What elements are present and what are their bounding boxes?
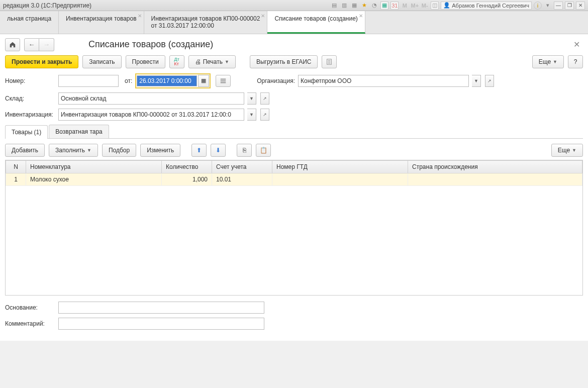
- col-quantity[interactable]: Количество: [162, 160, 212, 173]
- tab-label-line2: от 31.03.2017 12:00:00: [151, 22, 260, 29]
- content-close-button[interactable]: ✕: [570, 39, 583, 50]
- col-country[interactable]: Страна происхождения: [408, 160, 582, 173]
- cell-country[interactable]: [408, 173, 582, 185]
- comment-input[interactable]: [58, 318, 264, 330]
- minimize-button[interactable]: —: [554, 2, 563, 10]
- arrow-down-icon: ⬇: [216, 147, 221, 154]
- cell-n[interactable]: 1: [6, 173, 26, 185]
- inventory-label: Инвентаризация:: [5, 111, 55, 118]
- window-close-button[interactable]: ✕: [576, 2, 585, 10]
- window-titlebar: редакция 3.0 (1С:Предприятие) ▤ ▥ ▦ ★ ◔ …: [0, 0, 588, 11]
- home-button[interactable]: [5, 38, 20, 51]
- more-button[interactable]: Еще ▼: [532, 55, 564, 68]
- cell-nomenclature[interactable]: Молоко сухое: [26, 173, 162, 185]
- table-row[interactable]: 1 Молоко сухое 1,000 10.01: [6, 173, 582, 185]
- document-icon: [326, 58, 333, 65]
- print-button[interactable]: 🖨 Печать ▼: [188, 55, 236, 68]
- col-account[interactable]: Счет учета: [212, 160, 272, 173]
- chevron-down-icon: ▼: [87, 148, 91, 153]
- warehouse-dropdown-button[interactable]: ▼: [247, 92, 256, 105]
- copy-button[interactable]: ⎘: [237, 144, 252, 157]
- calculator-icon[interactable]: ▦: [380, 2, 388, 10]
- inventory-dropdown-button[interactable]: ▼: [247, 109, 256, 121]
- subtab-goods[interactable]: Товары (1): [5, 125, 48, 139]
- help-button[interactable]: ?: [568, 55, 583, 68]
- cell-gtd[interactable]: [272, 173, 408, 185]
- tab-label: Инвентаризация товаров: [66, 15, 136, 22]
- dtkt-icon: ДтКт: [174, 57, 179, 66]
- col-n[interactable]: N: [6, 160, 26, 173]
- star-icon[interactable]: ★: [360, 2, 368, 10]
- document-icon-button[interactable]: [322, 55, 337, 68]
- subtab-tare[interactable]: Возвратная тара: [49, 125, 109, 138]
- close-icon[interactable]: ✕: [359, 13, 363, 19]
- tab-writeoff[interactable]: Списание товаров (создание) ✕: [267, 11, 365, 34]
- inventory-open-button[interactable]: ↗: [260, 109, 269, 121]
- goods-grid[interactable]: N Номенклатура Количество Счет учета Ном…: [5, 160, 583, 296]
- date-wrap: 26.03.2017 0:00:00 ▦: [135, 73, 211, 88]
- col-nomenclature[interactable]: Номенклатура: [26, 160, 162, 173]
- titlebar-icon-5[interactable]: ◔: [370, 2, 378, 10]
- change-button[interactable]: Изменить: [140, 144, 180, 157]
- chevron-down-icon: ▼: [572, 148, 576, 153]
- grid-more-button[interactable]: Еще ▼: [551, 144, 583, 157]
- cell-account[interactable]: 10.01: [212, 173, 272, 185]
- org-input[interactable]: Конфетпром ООО: [298, 75, 469, 87]
- m-button[interactable]: M: [401, 2, 409, 10]
- calendar-button[interactable]: ▦: [198, 75, 209, 87]
- calendar-icon: ▦: [201, 77, 206, 84]
- copy-icon: ⎘: [243, 147, 246, 154]
- back-button[interactable]: ←: [24, 38, 39, 51]
- tab-inventory-list[interactable]: Инвентаризация товаров ✕: [59, 11, 144, 34]
- number-input[interactable]: [58, 75, 119, 87]
- form-row-number: Номер: от: 26.03.2017 0:00:00 ▦ Организа…: [5, 73, 583, 88]
- form-row-inventory: Инвентаризация: Инвентаризация товаров К…: [5, 109, 583, 121]
- tab-inventory-doc[interactable]: Инвентаризация товаров КП00-000002 от 31…: [144, 11, 268, 34]
- close-icon[interactable]: ✕: [138, 13, 142, 19]
- titlebar-icon-2[interactable]: ▥: [340, 2, 348, 10]
- panel-icon[interactable]: ◫: [431, 2, 439, 10]
- col-gtd[interactable]: Номер ГТД: [272, 160, 408, 173]
- warehouse-open-button[interactable]: ↗: [260, 92, 269, 105]
- inventory-input[interactable]: Инвентаризация товаров КП00-000002 от 31…: [58, 109, 244, 121]
- paste-button[interactable]: 📋: [256, 144, 271, 157]
- m-plus-button[interactable]: M+: [411, 2, 419, 10]
- grid-header-row: N Номенклатура Количество Счет учета Ном…: [6, 160, 582, 173]
- org-dropdown-button[interactable]: ▼: [472, 75, 481, 87]
- post-button[interactable]: Провести: [126, 55, 165, 68]
- fill-button[interactable]: Заполнить ▼: [49, 144, 98, 157]
- warehouse-input[interactable]: Основной склад: [58, 92, 244, 105]
- dtkt-button[interactable]: ДтКт: [169, 55, 184, 68]
- tab-home[interactable]: льная страница: [0, 11, 59, 34]
- move-up-button[interactable]: ⬆: [191, 144, 207, 157]
- forward-button[interactable]: →: [39, 38, 54, 51]
- add-button[interactable]: Добавить: [5, 144, 45, 157]
- record-button[interactable]: Записать: [82, 55, 121, 68]
- date-input[interactable]: 26.03.2017 0:00:00: [137, 75, 197, 86]
- list-icon-button[interactable]: [216, 75, 231, 87]
- home-icon: [9, 41, 16, 48]
- paste-icon: 📋: [260, 147, 267, 154]
- app-title: редакция 3.0 (1С:Предприятие): [3, 2, 91, 9]
- move-down-button[interactable]: ⬇: [211, 144, 226, 157]
- titlebar-icon-1[interactable]: ▤: [330, 2, 338, 10]
- select-button[interactable]: Подбор: [102, 144, 136, 157]
- info-icon[interactable]: i: [534, 2, 542, 10]
- printer-icon: 🖨: [195, 58, 201, 65]
- egais-button[interactable]: Выгрузить в ЕГАИС: [250, 55, 318, 68]
- current-user[interactable]: 👤 Абрамов Геннадий Сергеевич: [441, 2, 532, 10]
- m-minus-button[interactable]: M-: [421, 2, 429, 10]
- titlebar-icon-3[interactable]: ▦: [350, 2, 358, 10]
- tab-label: Списание товаров (создание): [274, 15, 357, 22]
- org-open-button[interactable]: ↗: [485, 75, 494, 87]
- page-title: Списание товаров (создание): [88, 39, 213, 50]
- close-icon[interactable]: ✕: [261, 13, 265, 19]
- post-and-close-button[interactable]: Провести и закрыть: [5, 55, 78, 68]
- dropdown-icon[interactable]: ▾: [544, 2, 552, 10]
- basis-input[interactable]: [58, 302, 264, 314]
- calendar-icon[interactable]: 31: [390, 2, 399, 10]
- cell-quantity[interactable]: 1,000: [162, 173, 212, 185]
- maximize-button[interactable]: ❐: [565, 2, 574, 10]
- titlebar-icons: ▤ ▥ ▦ ★ ◔ ▦ 31 M M+ M- ◫ 👤 Абрамов Генна…: [330, 2, 585, 10]
- grid-toolbar: Добавить Заполнить ▼ Подбор Изменить ⬆ ⬇…: [5, 144, 583, 157]
